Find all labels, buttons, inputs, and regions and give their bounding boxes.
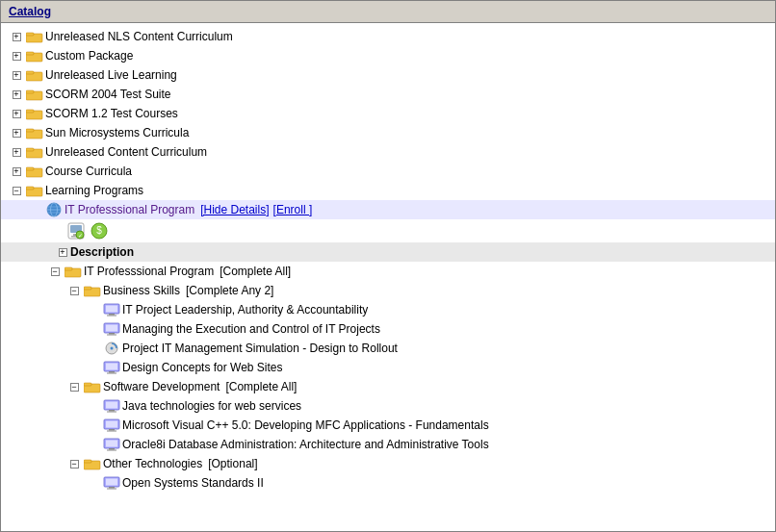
svg-text:✓: ✓ — [78, 233, 83, 239]
svg-rect-37 — [109, 314, 115, 316]
folder-icon-custom — [26, 49, 43, 63]
software-section: − Software Development [Complete All] — [1, 377, 775, 396]
software-item-2: Microsoft Visual C++ 5.0: Developing MFC… — [1, 416, 775, 435]
tree-item-course: + Course Curricula — [1, 162, 775, 181]
tree-item-unreleased: + Unreleased Content Curriculum — [1, 142, 775, 162]
svg-rect-67 — [109, 487, 115, 489]
computer-icon-s3 — [103, 438, 120, 451]
tree-content: + Unreleased NLS Content Curriculum + Cu… — [1, 23, 775, 531]
svg-rect-5 — [26, 71, 34, 74]
catalog-title[interactable]: Catalog — [1, 1, 775, 23]
folder-icon-scorm12 — [26, 107, 43, 120]
svg-rect-68 — [107, 489, 116, 490]
expand-b3 — [86, 341, 101, 356]
svg-rect-58 — [107, 431, 116, 432]
business-item-4: Design Concepts for Web Sites — [1, 358, 775, 377]
action-icon-1[interactable]: ✓ — [66, 221, 86, 241]
svg-rect-32 — [65, 267, 72, 270]
svg-rect-57 — [109, 429, 115, 431]
expand-description[interactable]: + — [55, 244, 70, 260]
description-row: + Description — [1, 242, 775, 262]
folder-icon-scorm2004 — [26, 88, 43, 101]
label-nls: Unreleased NLS Content Curriculum — [45, 30, 233, 43]
expand-nls[interactable]: + — [9, 29, 24, 44]
other-label: Other Technologies — [103, 457, 202, 470]
expand-scorm12[interactable]: + — [9, 106, 24, 121]
folder-icon-business — [84, 284, 101, 297]
business-qualifier: [Complete Any 2] — [186, 284, 273, 297]
expand-s3 — [86, 437, 101, 452]
computer-icon-b1 — [103, 303, 120, 317]
expand-s1 — [86, 398, 101, 414]
svg-rect-50 — [84, 383, 91, 386]
business-section: − Business Skills [Complete Any 2] — [1, 281, 775, 300]
svg-rect-61 — [109, 448, 115, 450]
expand-it-program[interactable] — [28, 202, 43, 217]
tree-item-live: + Unreleased Live Learning — [1, 65, 775, 85]
other-qualifier: [Optional] — [208, 457, 257, 470]
description-label: Description — [70, 245, 134, 259]
expand-it-prog-section[interactable]: − — [47, 264, 63, 279]
expand-sun[interactable]: + — [9, 125, 24, 140]
folder-icon-sun — [26, 126, 43, 139]
s1-label: Java technologies for web services — [122, 399, 301, 413]
folder-icon-unreleased — [26, 145, 43, 159]
enroll-link[interactable]: [Enroll ] — [273, 203, 313, 216]
main-window: Catalog + Unreleased NLS Content Curricu… — [0, 0, 776, 532]
computer-icon-b4 — [103, 361, 120, 374]
it-program-title[interactable]: IT Professsional Program — [65, 203, 194, 216]
software-item-1: Java technologies for web services — [1, 396, 775, 416]
business-label: Business Skills — [103, 284, 180, 297]
folder-icon-learning — [26, 184, 43, 197]
folder-icon-software — [84, 380, 101, 393]
svg-rect-48 — [107, 373, 116, 374]
expand-b2 — [86, 321, 101, 337]
it-prog-qualifier: [Complete All] — [220, 265, 291, 278]
tree-item-scorm12: + SCORM 1.2 Test Courses — [1, 104, 775, 123]
svg-rect-53 — [109, 410, 115, 412]
svg-rect-36 — [106, 306, 117, 313]
business-item-1: IT Project Leadership, Authority & Accou… — [1, 300, 775, 319]
expand-unreleased[interactable]: + — [9, 144, 24, 160]
label-scorm12: SCORM 1.2 Test Courses — [45, 107, 178, 120]
folder-icon-nls — [26, 30, 43, 43]
expand-learning[interactable]: − — [9, 183, 24, 198]
label-live: Unreleased Live Learning — [45, 68, 177, 82]
svg-rect-9 — [26, 110, 34, 113]
other-item-1: Open Systems Standards II — [1, 473, 775, 493]
expand-course[interactable]: + — [9, 164, 24, 179]
svg-rect-42 — [107, 335, 116, 336]
other-section: − Other Technologies [Optional] — [1, 454, 775, 473]
tree-item-learning: − Learning Programs — [1, 181, 775, 200]
business-item-3: Project IT Management Simulation - Desig… — [1, 339, 775, 358]
svg-point-44 — [111, 347, 114, 350]
expand-custom[interactable]: + — [9, 48, 24, 63]
svg-rect-7 — [26, 90, 34, 93]
hide-details-link[interactable]: [Hide Details] — [200, 203, 269, 216]
svg-rect-11 — [26, 129, 34, 132]
b4-label: Design Concepts for Web Sites — [122, 361, 283, 374]
svg-rect-46 — [106, 364, 117, 370]
svg-rect-13 — [26, 148, 34, 151]
svg-rect-1 — [26, 33, 34, 36]
expand-other[interactable]: − — [66, 456, 82, 471]
it-program-icon — [46, 202, 62, 217]
action-icon-2[interactable]: $ — [90, 221, 109, 241]
expand-software[interactable]: − — [66, 379, 82, 394]
software-qualifier: [Complete All] — [225, 380, 297, 393]
tree-item-scorm2004: + SCORM 2004 Test Suite — [1, 85, 775, 104]
computer-icon-s1 — [103, 399, 120, 413]
expand-business[interactable]: − — [66, 283, 82, 298]
svg-rect-47 — [109, 371, 115, 373]
expand-live[interactable]: + — [9, 67, 24, 83]
svg-rect-34 — [84, 287, 91, 290]
svg-rect-3 — [26, 52, 34, 55]
software-label: Software Development — [103, 380, 220, 393]
svg-rect-41 — [109, 333, 115, 335]
folder-icon-course — [26, 165, 43, 178]
expand-scorm2004[interactable]: + — [9, 87, 24, 102]
s2-label: Microsoft Visual C++ 5.0: Developing MFC… — [122, 418, 489, 432]
it-program-row: IT Professsional Program [Hide Details] … — [1, 200, 775, 219]
tree-item-sun: + Sun Microsystems Curricula — [1, 123, 775, 142]
svg-rect-38 — [107, 316, 116, 317]
